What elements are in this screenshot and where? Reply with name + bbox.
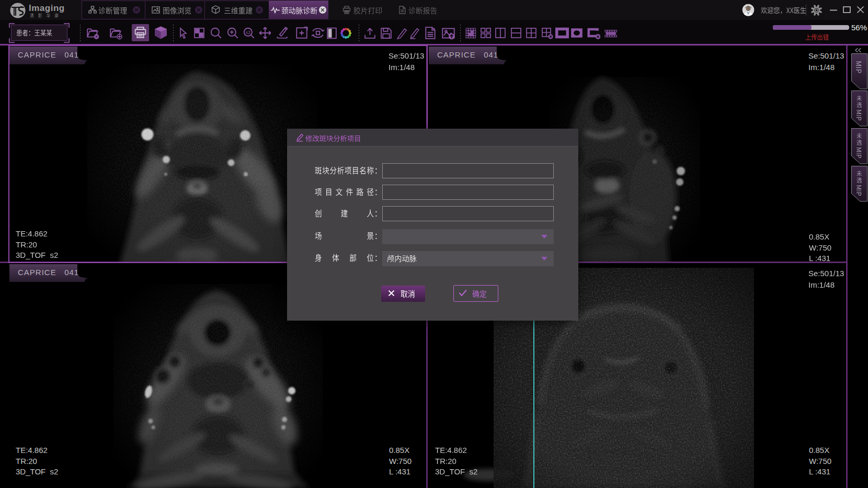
svg-text:x2: x2 (246, 30, 250, 35)
